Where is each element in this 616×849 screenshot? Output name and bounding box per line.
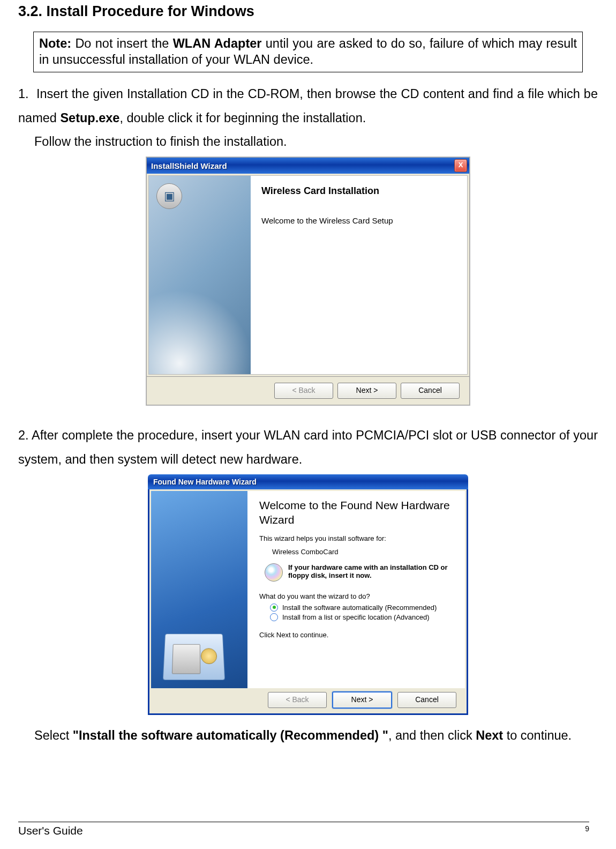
installer-icon: ▣ bbox=[156, 183, 182, 209]
note-bold-term: WLAN Adapter bbox=[173, 36, 262, 50]
select-end: to continue. bbox=[503, 728, 572, 742]
fnh-cd-text: If your hardware came with an installati… bbox=[288, 563, 453, 579]
radio-option-advanced[interactable]: Install from a list or specific location… bbox=[270, 613, 453, 621]
radio-icon[interactable] bbox=[270, 613, 278, 621]
note-box: Note: Do not insert the WLAN Adapter unt… bbox=[33, 32, 583, 72]
step-2: 2. After complete the procedure, insert … bbox=[18, 423, 598, 471]
select-bold1: "Install the software automatically (Rec… bbox=[73, 728, 388, 742]
footer-page-number: 9 bbox=[585, 824, 589, 837]
installshield-sidebar-graphic: ▣ bbox=[149, 176, 251, 374]
page-footer: User's Guide 9 bbox=[18, 822, 589, 837]
cancel-button[interactable]: Cancel bbox=[397, 692, 456, 708]
found-new-hardware-window: Found New Hardware Wizard Welcome to the… bbox=[148, 474, 468, 715]
step-2-number: 2. bbox=[18, 428, 29, 442]
hardware-icon bbox=[163, 634, 225, 681]
step-1-bold: Setup.exe bbox=[60, 111, 119, 125]
next-button[interactable]: Next > bbox=[337, 383, 396, 399]
fnh-question: What do you want the wizard to do? bbox=[259, 592, 453, 600]
section-title: 3.2. Install Procedure for Windows bbox=[18, 3, 598, 20]
step-1-number: 1. bbox=[18, 87, 29, 101]
note-text-before: Do not insert the bbox=[71, 36, 173, 50]
fnh-device-name: Wireless ComboCard bbox=[272, 548, 453, 556]
step-1-line2: Follow the instruction to finish the ins… bbox=[18, 130, 598, 154]
installshield-titlebar: InstallShield Wizard X bbox=[147, 158, 469, 174]
cancel-button[interactable]: Cancel bbox=[401, 383, 460, 399]
close-icon[interactable]: X bbox=[454, 159, 467, 172]
installshield-wizard-window: InstallShield Wizard X ▣ Wireless Card I… bbox=[146, 157, 470, 405]
fnh-sidebar-graphic bbox=[151, 491, 247, 688]
back-button: < Back bbox=[268, 692, 327, 708]
step-1: 1. Insert the given Installation CD in t… bbox=[18, 82, 598, 130]
select-text: Select bbox=[34, 728, 73, 742]
installshield-title: InstallShield Wizard bbox=[151, 161, 227, 170]
back-button: < Back bbox=[274, 383, 333, 399]
radio-icon[interactable] bbox=[270, 604, 278, 612]
step-1-text-b: , double click it for beginning the inst… bbox=[119, 111, 366, 125]
fnh-titlebar: Found New Hardware Wizard bbox=[148, 474, 468, 489]
next-button[interactable]: Next > bbox=[332, 691, 392, 709]
radio-label-advanced: Install from a list or specific location… bbox=[282, 613, 430, 621]
fnh-heading: Welcome to the Found New Hardware Wizard bbox=[259, 498, 453, 527]
radio-option-auto[interactable]: Install the software automatically (Reco… bbox=[270, 604, 453, 612]
fnh-click-next: Click Next to continue. bbox=[259, 631, 453, 639]
select-bold2: Next bbox=[476, 728, 503, 742]
footer-left: User's Guide bbox=[18, 824, 83, 837]
step-2-after: Select "Install the software automatical… bbox=[18, 724, 598, 748]
note-label: Note: bbox=[39, 36, 71, 50]
cd-icon bbox=[265, 563, 283, 582]
radio-label-auto: Install the software automatically (Reco… bbox=[282, 604, 437, 612]
select-mid: , and then click bbox=[388, 728, 476, 742]
installshield-heading: Wireless Card Installation bbox=[261, 185, 456, 197]
fnh-title: Found New Hardware Wizard bbox=[153, 478, 257, 486]
installshield-welcome-text: Welcome to the Wireless Card Setup bbox=[261, 216, 456, 225]
fnh-help-text: This wizard helps you install software f… bbox=[259, 534, 453, 542]
step-2-text: After complete the procedure, insert you… bbox=[18, 428, 598, 466]
